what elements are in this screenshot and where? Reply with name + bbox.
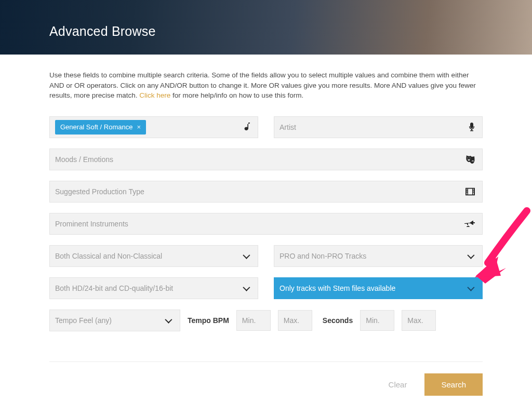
seconds-min-input[interactable]: Min.	[360, 310, 394, 331]
fields-container: General Soft / Romance × Artist Moods / …	[49, 116, 483, 299]
chevron-down-icon	[243, 286, 248, 291]
page-title: Advanced Browse	[49, 24, 156, 39]
production-type-field[interactable]: Suggested Production Type	[49, 181, 483, 203]
chevron-down-icon	[165, 318, 170, 323]
seconds-max-input[interactable]: Max.	[402, 310, 436, 331]
bitdepth-select[interactable]: Both HD/24-bit and CD-quality/16-bit	[49, 277, 258, 299]
intro-text-after: for more help/info on how to use this fo…	[170, 91, 303, 99]
moods-field[interactable]: Moods / Emotions	[49, 149, 483, 170]
instruments-placeholder: Prominent Instruments	[55, 220, 128, 228]
bpm-min-input[interactable]: Min.	[236, 310, 271, 331]
tempo-feel-select[interactable]: Tempo Feel (any)	[49, 310, 180, 331]
chevron-down-icon	[243, 253, 248, 259]
pro-value: PRO and Non-PRO Tracks	[280, 252, 366, 260]
classical-select[interactable]: Both Classical and Non-Classical	[49, 245, 258, 267]
clear-button[interactable]: Clear	[389, 380, 407, 389]
bitdepth-value: Both HD/24-bit and CD-quality/16-bit	[55, 284, 173, 292]
intro-help-link[interactable]: Click here	[139, 91, 170, 99]
moods-placeholder: Moods / Emotions	[55, 155, 113, 164]
microphone-icon	[469, 123, 475, 132]
intro-text: Use these fields to combine multiple sea…	[49, 70, 483, 101]
tempo-bpm-label: Tempo BPM	[188, 316, 229, 325]
genre-chip-remove[interactable]: ×	[137, 123, 141, 131]
artist-field[interactable]: Artist	[274, 116, 483, 138]
chevron-down-icon	[468, 286, 473, 291]
genre-chip: General Soft / Romance ×	[55, 120, 146, 135]
seconds-label: Seconds	[323, 316, 353, 325]
pro-select[interactable]: PRO and Non-PRO Tracks	[274, 245, 483, 267]
search-button[interactable]: Search	[424, 373, 483, 396]
stems-select[interactable]: Only tracks with Stem files available	[274, 277, 483, 299]
classical-value: Both Classical and Non-Classical	[55, 252, 162, 260]
hero-banner: Advanced Browse	[0, 0, 532, 55]
actions-row: Clear Search	[49, 373, 483, 396]
music-note-icon	[243, 123, 250, 132]
stems-value: Only tracks with Stem files available	[280, 284, 395, 292]
tempo-row: Tempo Feel (any) Tempo BPM Min. Max. Sec…	[49, 310, 483, 331]
film-icon	[466, 187, 475, 195]
instruments-field[interactable]: Prominent Instruments	[49, 213, 483, 235]
chevron-down-icon	[468, 253, 473, 259]
artist-placeholder: Artist	[280, 123, 296, 131]
trumpet-icon	[464, 221, 475, 227]
theater-mask-icon	[466, 155, 475, 164]
divider	[49, 361, 483, 362]
production-type-placeholder: Suggested Production Type	[55, 187, 144, 196]
bpm-max-input[interactable]: Max.	[278, 310, 312, 331]
tempo-feel-value: Tempo Feel (any)	[55, 316, 112, 325]
genre-chip-label: General Soft / Romance	[60, 123, 132, 131]
main-content: Use these fields to combine multiple sea…	[0, 55, 532, 396]
genre-field[interactable]: General Soft / Romance ×	[49, 116, 258, 138]
